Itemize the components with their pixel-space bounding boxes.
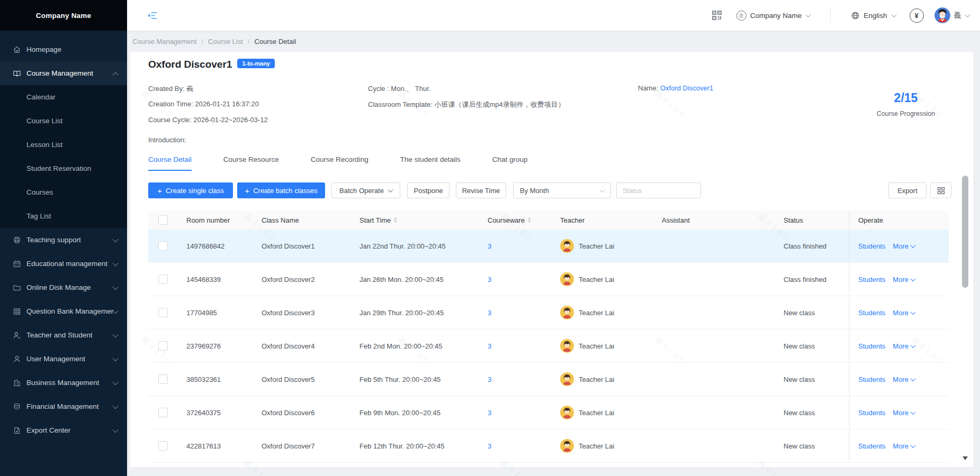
col-room-number: Room number <box>178 210 253 230</box>
row-checkbox[interactable] <box>158 374 168 384</box>
sidebar-item-homepage[interactable]: Homepage <box>0 38 127 61</box>
more-link[interactable]: More <box>893 376 915 383</box>
row-checkbox[interactable] <box>158 308 168 317</box>
more-link[interactable]: More <box>893 242 915 250</box>
row-checkbox[interactable] <box>158 274 168 284</box>
sidebar-subitem-lesson-list[interactable]: Lesson List <box>0 133 127 157</box>
cell-start-time: Jan 26th Mon. 20:00~20:45 <box>351 263 479 296</box>
courseware-link[interactable]: 3 <box>488 242 491 250</box>
students-link[interactable]: Students <box>858 376 885 383</box>
scrollbar-thumb[interactable] <box>962 176 968 288</box>
cell-courseware: 3 <box>479 396 552 429</box>
creation-time-value: 2026-01-21 16:37:20 <box>195 100 259 108</box>
breadcrumb-course-management[interactable]: Course Management <box>132 38 196 45</box>
cell-operate: StudentsMore <box>849 363 949 396</box>
more-link[interactable]: More <box>893 409 915 417</box>
disk-icon <box>13 283 21 292</box>
postpone-button[interactable]: Postpone <box>407 182 449 198</box>
sidebar-subitem-course-list[interactable]: Course List <box>0 109 127 133</box>
edu-icon <box>13 260 21 268</box>
sidebar-item-teaching-support[interactable]: Teaching support <box>0 228 127 252</box>
sidebar-item-financial-management[interactable]: Financial Management <box>0 395 127 418</box>
column-settings-button[interactable] <box>930 182 951 198</box>
courseware-link[interactable]: 3 <box>488 442 491 450</box>
students-link[interactable]: Students <box>858 342 885 350</box>
sidebar-item-label: Homepage <box>26 45 118 53</box>
sidebar-subitem-courses[interactable]: Courses <box>0 180 127 204</box>
breadcrumb-course-list[interactable]: Course List <box>208 38 243 45</box>
scrollbar-down-arrow[interactable] <box>962 456 968 460</box>
language-switcher[interactable]: English <box>851 11 895 20</box>
sidebar-item-educational-management[interactable]: Educational management <box>0 252 127 276</box>
sort-start-time[interactable] <box>394 217 397 223</box>
cell-assistant <box>653 396 775 429</box>
row-checkbox[interactable] <box>158 241 168 251</box>
toolbar: + Create single class + Create batch cla… <box>148 182 701 198</box>
batch-operate-button[interactable]: Batch Operate <box>331 182 400 198</box>
course-name-link[interactable]: Oxford Discover1 <box>660 84 713 92</box>
sidebar-subitem-tag-list[interactable]: Tag List <box>0 204 127 228</box>
sidebar-item-course-management[interactable]: Course Management <box>0 61 127 85</box>
sidebar-item-label: Online Disk Manage <box>26 283 113 291</box>
classroom-template-value: 小班课（课后生成mp4录制件，收费项目） <box>435 100 565 108</box>
courseware-link[interactable]: 3 <box>488 376 491 383</box>
status-filter-input[interactable] <box>616 182 701 198</box>
cell-status: Class finished <box>775 230 849 262</box>
tab-course-detail[interactable]: Course Detail <box>148 155 192 171</box>
students-link[interactable]: Students <box>858 409 885 417</box>
chevron-down-icon <box>911 343 916 348</box>
courseware-link[interactable]: 3 <box>488 342 491 350</box>
cell-room-number: 372640375 <box>178 396 253 429</box>
sidebar-item-export-center[interactable]: Export Center <box>0 418 127 442</box>
qr-code-icon[interactable] <box>711 10 723 21</box>
row-checkbox[interactable] <box>158 441 168 451</box>
tab-course-recording[interactable]: Course Recording <box>311 155 368 171</box>
cycle-value: Mon.、 Thur. <box>391 85 430 93</box>
create-batch-classes-button[interactable]: + Create batch classes <box>237 182 325 198</box>
sort-courseware[interactable] <box>528 217 531 223</box>
cell-status: New class <box>775 296 849 329</box>
students-link[interactable]: Students <box>858 242 885 250</box>
students-link[interactable]: Students <box>858 309 885 317</box>
export-button[interactable]: Export <box>888 182 927 198</box>
cell-status: Class finished <box>775 263 849 296</box>
globe-icon <box>851 11 860 20</box>
sidebar-item-user-management[interactable]: User Management <box>0 347 127 371</box>
more-link[interactable]: More <box>893 342 915 350</box>
sidebar-subitem-calendar[interactable]: Calendar <box>0 85 127 109</box>
finance-icon <box>13 402 21 411</box>
sidebar-item-teacher-and-student[interactable]: Teacher and Student <box>0 323 127 347</box>
language-label: English <box>864 12 887 20</box>
create-single-class-button[interactable]: + Create single class <box>148 182 233 198</box>
table-header: Room number Class Name Start Time Course… <box>148 210 949 230</box>
sidebar-item-online-disk-manage[interactable]: Online Disk Manage <box>0 276 127 299</box>
row-checkbox[interactable] <box>158 408 168 417</box>
courseware-link[interactable]: 3 <box>488 309 491 317</box>
more-link[interactable]: More <box>893 442 915 450</box>
sidebar-item-business-management[interactable]: Business Management <box>0 371 127 395</box>
teacher-name: Teacher Lai <box>579 309 614 317</box>
courseware-link[interactable]: 3 <box>488 409 491 417</box>
user-menu[interactable]: 義 <box>934 7 970 23</box>
chevron-down-icon <box>911 243 916 248</box>
currency-icon[interactable]: ¥ <box>910 8 924 23</box>
courseware-link[interactable]: 3 <box>488 276 491 283</box>
more-link[interactable]: More <box>893 309 915 317</box>
tab-chat-group[interactable]: Chat group <box>492 155 528 171</box>
revise-time-button[interactable]: Revise Time <box>456 182 506 198</box>
students-link[interactable]: Students <box>858 276 885 283</box>
sidebar-item-question-bank-management[interactable]: Question Bank Management <box>0 299 127 323</box>
menu-fold-icon[interactable] <box>147 11 157 20</box>
tab-course-resource[interactable]: Course Resource <box>223 155 279 171</box>
row-checkbox[interactable] <box>158 341 168 351</box>
grid-icon <box>937 186 946 195</box>
sidebar-subitem-student-reservation[interactable]: Student Reservation <box>0 157 127 180</box>
header-divider <box>830 8 831 22</box>
month-filter-select[interactable]: By Month <box>513 182 611 198</box>
company-switcher[interactable]: 企 Company Name <box>736 11 811 21</box>
course-icon <box>13 69 21 78</box>
select-all-checkbox[interactable] <box>158 215 168 225</box>
tab-the-student-details[interactable]: The student details <box>400 155 461 171</box>
more-link[interactable]: More <box>893 276 915 283</box>
students-link[interactable]: Students <box>858 442 885 450</box>
